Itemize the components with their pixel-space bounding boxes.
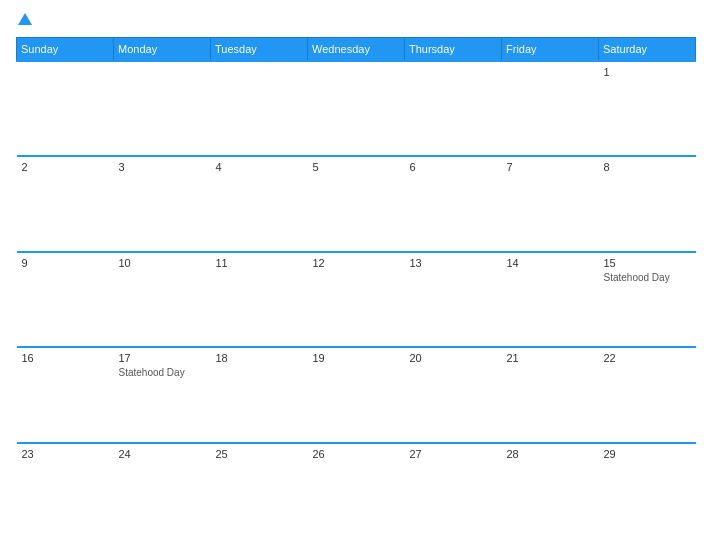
day-number: 24 [119,448,206,460]
calendar-header [16,12,696,29]
week-row-1: 2345678 [17,156,696,252]
calendar-cell: 22 [599,347,696,443]
day-number: 4 [216,161,303,173]
calendar-cell: 11 [211,252,308,348]
day-number: 11 [216,257,303,269]
day-number: 21 [507,352,594,364]
week-row-2: 9101112131415Statehood Day [17,252,696,348]
calendar-cell: 28 [502,443,599,539]
calendar-cell: 17Statehood Day [114,347,211,443]
calendar-cell: 24 [114,443,211,539]
day-number: 7 [507,161,594,173]
calendar-cell: 2 [17,156,114,252]
day-number: 13 [410,257,497,269]
week-row-4: 23242526272829 [17,443,696,539]
weekday-header-tuesday: Tuesday [211,37,308,61]
calendar-cell [405,61,502,157]
weekday-header-thursday: Thursday [405,37,502,61]
day-number: 2 [22,161,109,173]
day-number: 20 [410,352,497,364]
day-number: 1 [604,66,691,78]
day-number: 25 [216,448,303,460]
calendar-cell: 13 [405,252,502,348]
calendar-cell [308,61,405,157]
day-number: 18 [216,352,303,364]
calendar-table: SundayMondayTuesdayWednesdayThursdayFrid… [16,37,696,539]
logo [16,12,32,29]
weekday-header-friday: Friday [502,37,599,61]
logo-blue-text [16,12,32,29]
calendar-cell: 25 [211,443,308,539]
calendar-cell: 18 [211,347,308,443]
calendar-thead: SundayMondayTuesdayWednesdayThursdayFrid… [17,37,696,61]
calendar-cell: 20 [405,347,502,443]
day-number: 26 [313,448,400,460]
day-number: 28 [507,448,594,460]
calendar-cell: 7 [502,156,599,252]
day-number: 9 [22,257,109,269]
weekday-header-wednesday: Wednesday [308,37,405,61]
day-number: 22 [604,352,691,364]
calendar-cell: 8 [599,156,696,252]
calendar-cell: 14 [502,252,599,348]
calendar-cell: 1 [599,61,696,157]
day-event: Statehood Day [119,367,185,378]
calendar-cell: 29 [599,443,696,539]
day-number: 27 [410,448,497,460]
day-number: 16 [22,352,109,364]
day-number: 5 [313,161,400,173]
day-event: Statehood Day [604,272,670,283]
calendar-cell: 16 [17,347,114,443]
calendar-cell [114,61,211,157]
weekday-header-saturday: Saturday [599,37,696,61]
day-number: 14 [507,257,594,269]
calendar-cell [502,61,599,157]
day-number: 17 [119,352,206,364]
day-number: 23 [22,448,109,460]
calendar-cell [17,61,114,157]
calendar-cell: 21 [502,347,599,443]
day-number: 29 [604,448,691,460]
calendar-container: SundayMondayTuesdayWednesdayThursdayFrid… [0,0,712,550]
day-number: 6 [410,161,497,173]
calendar-cell: 19 [308,347,405,443]
calendar-cell: 5 [308,156,405,252]
calendar-tbody: 123456789101112131415Statehood Day1617St… [17,61,696,539]
day-number: 19 [313,352,400,364]
weekday-header-monday: Monday [114,37,211,61]
day-number: 8 [604,161,691,173]
calendar-cell: 23 [17,443,114,539]
day-number: 10 [119,257,206,269]
weekday-header-sunday: Sunday [17,37,114,61]
weekday-header-row: SundayMondayTuesdayWednesdayThursdayFrid… [17,37,696,61]
day-number: 15 [604,257,691,269]
day-number: 12 [313,257,400,269]
week-row-3: 1617Statehood Day1819202122 [17,347,696,443]
calendar-cell: 4 [211,156,308,252]
calendar-cell: 6 [405,156,502,252]
calendar-cell: 9 [17,252,114,348]
calendar-cell [211,61,308,157]
calendar-cell: 26 [308,443,405,539]
calendar-cell: 12 [308,252,405,348]
logo-triangle-icon [18,13,32,25]
calendar-cell: 10 [114,252,211,348]
calendar-cell: 3 [114,156,211,252]
day-number: 3 [119,161,206,173]
calendar-cell: 27 [405,443,502,539]
calendar-cell: 15Statehood Day [599,252,696,348]
week-row-0: 1 [17,61,696,157]
